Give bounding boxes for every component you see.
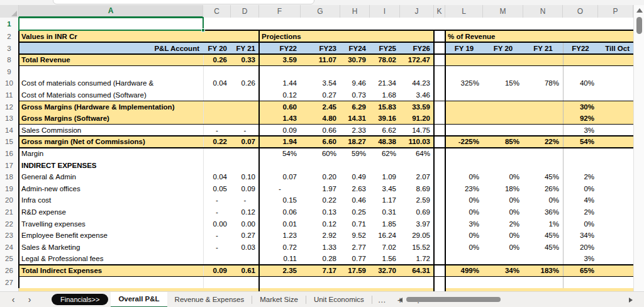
cell[interactable] [231, 101, 259, 113]
column-header-G[interactable]: G [301, 5, 340, 18]
cell[interactable]: 1.94 [259, 136, 301, 148]
cell[interactable] [259, 159, 301, 171]
cell[interactable]: 2.33 [340, 125, 370, 137]
cell[interactable]: 17.59 [340, 265, 370, 277]
cell[interactable]: 0.00 [203, 218, 231, 230]
cell[interactable]: - [231, 125, 259, 137]
fill-handle[interactable] [201, 28, 205, 32]
cell[interactable]: 54% [563, 136, 598, 148]
cell[interactable]: 44.23 [400, 77, 434, 89]
cell[interactable] [483, 66, 523, 78]
cell[interactable]: 92% [563, 113, 598, 125]
cell[interactable] [598, 194, 633, 206]
cell[interactable]: 3% [563, 125, 598, 137]
cell[interactable] [523, 101, 563, 113]
cell-gap[interactable] [434, 30, 445, 42]
cell[interactable] [445, 89, 483, 101]
sheet-tab-market-size[interactable]: Market Size [252, 292, 306, 307]
cell[interactable]: 0.01 [259, 218, 301, 230]
cell[interactable]: 26% [523, 183, 563, 195]
cell[interactable] [598, 183, 633, 195]
cell[interactable] [483, 89, 523, 101]
cell[interactable] [598, 265, 633, 277]
cell[interactable]: 2.07 [400, 171, 434, 183]
cell[interactable]: 0.11 [259, 253, 301, 265]
cell[interactable] [231, 253, 259, 265]
cell[interactable] [598, 276, 633, 288]
cell[interactable]: 2.35 [259, 265, 301, 277]
cell[interactable]: 62% [370, 148, 400, 160]
row-label[interactable]: Cost of Materials consumed (Software) [19, 89, 203, 101]
column-header-F[interactable]: F [259, 5, 301, 18]
cell[interactable]: 0.46 [340, 194, 370, 206]
cell[interactable]: 2% [563, 171, 598, 183]
row-label[interactable]: Total Revenue [19, 54, 203, 66]
cell[interactable]: 1.97 [301, 183, 340, 195]
cell[interactable]: 0.09 [259, 125, 301, 137]
sheet-tab-financials[interactable]: Financials>> [52, 294, 108, 305]
cell[interactable] [483, 101, 523, 113]
cell-gap[interactable] [434, 253, 445, 265]
cell[interactable] [231, 66, 259, 78]
header-proj-FY26[interactable]: FY26 [400, 42, 434, 54]
cell[interactable]: 2.59 [400, 194, 434, 206]
cell[interactable]: 0% [445, 171, 483, 183]
cell[interactable] [301, 276, 340, 288]
cell-gap[interactable] [434, 159, 445, 171]
cell-gap[interactable] [434, 136, 445, 148]
cell[interactable]: 39.16 [370, 113, 400, 125]
cell[interactable] [598, 101, 633, 113]
cell[interactable]: 64.31 [400, 265, 434, 277]
cell[interactable] [445, 148, 483, 160]
cell[interactable]: 15% [483, 77, 523, 89]
cell[interactable] [203, 276, 231, 288]
cell-gap[interactable] [434, 242, 445, 254]
row-label[interactable]: Legal & Professional fees [19, 253, 203, 265]
cell[interactable] [370, 276, 400, 288]
cell-gap[interactable] [434, 54, 445, 66]
cell[interactable] [523, 66, 563, 78]
cell[interactable]: 30.79 [340, 54, 370, 66]
column-header-P[interactable]: P [598, 5, 633, 18]
cell[interactable] [203, 66, 231, 78]
cell[interactable]: 0.25 [340, 206, 370, 218]
cell[interactable]: 0.12 [259, 89, 301, 101]
cell[interactable]: 0.26 [203, 54, 231, 66]
cell[interactable] [445, 253, 483, 265]
cell[interactable] [483, 113, 523, 125]
header-proj-FY22[interactable]: FY22 [259, 42, 301, 54]
row-header-21[interactable]: 21 [0, 206, 19, 218]
cell[interactable]: 0% [483, 206, 523, 218]
cell[interactable]: 34% [483, 265, 523, 277]
cell[interactable] [400, 159, 434, 171]
sheet-nav-next-icon[interactable]: › [25, 294, 34, 304]
column-header-O[interactable]: O [563, 5, 598, 18]
cell[interactable]: 8.69 [400, 183, 434, 195]
cell[interactable]: 0.71 [340, 218, 370, 230]
cell[interactable]: 30% [563, 101, 598, 113]
cell[interactable]: 65% [563, 265, 598, 277]
cell[interactable] [203, 101, 231, 113]
cell[interactable]: 0% [483, 171, 523, 183]
cell[interactable] [563, 89, 598, 101]
cell[interactable]: 4% [563, 194, 598, 206]
cell[interactable]: 110.03 [400, 136, 434, 148]
cell[interactable] [231, 148, 259, 160]
column-header-C[interactable]: C [203, 5, 231, 18]
row-label[interactable]: Infra cost [19, 194, 203, 206]
select-all-corner[interactable] [0, 5, 19, 18]
cell[interactable]: 0.00 [231, 218, 259, 230]
cell[interactable] [563, 54, 598, 66]
cell[interactable] [563, 276, 598, 288]
row-label[interactable]: Gross margin (Net of Commissions) [19, 136, 203, 148]
cell-gap[interactable] [434, 125, 445, 137]
cell[interactable]: - [203, 242, 231, 254]
column-header-K[interactable]: K [434, 5, 445, 18]
cell[interactable]: 1% [523, 218, 563, 230]
row-header-27[interactable]: 27 [0, 276, 19, 288]
cell-gap[interactable] [434, 206, 445, 218]
cell[interactable]: 0.69 [400, 206, 434, 218]
cell[interactable]: 0% [445, 194, 483, 206]
cell[interactable] [445, 113, 483, 125]
cell[interactable]: 18% [483, 183, 523, 195]
